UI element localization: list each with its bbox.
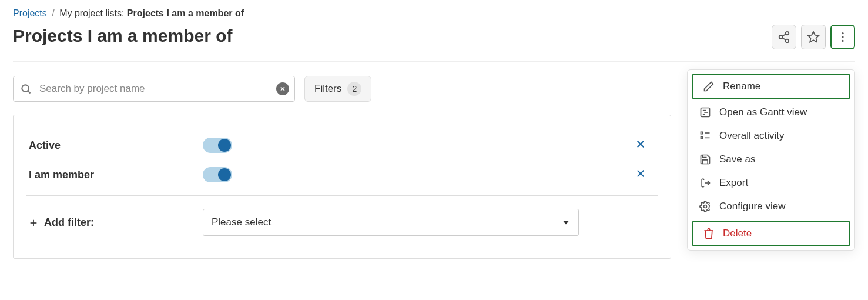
gantt-icon (699, 106, 711, 118)
close-icon (279, 85, 286, 92)
menu-label: Configure view (719, 201, 785, 212)
svg-line-4 (782, 38, 786, 40)
gear-icon (699, 201, 711, 212)
page-header: Projects I am a member of (13, 25, 855, 62)
svg-line-10 (28, 91, 31, 94)
breadcrumb-projects-link[interactable]: Projects (13, 8, 47, 18)
search-icon (20, 83, 32, 95)
menu-label: Overall activity (719, 130, 785, 142)
kebab-icon (836, 31, 849, 44)
filter-row-member: I am member (26, 160, 658, 189)
svg-point-7 (842, 36, 843, 38)
search-input[interactable] (13, 76, 295, 102)
remove-filter-active[interactable] (635, 139, 646, 152)
close-icon (635, 168, 646, 179)
trash-icon (703, 228, 715, 239)
svg-rect-24 (701, 132, 703, 134)
save-icon (699, 154, 711, 165)
filters-button-label: Filters (314, 83, 341, 95)
breadcrumb-current: Projects I am a member of (127, 8, 244, 18)
add-filter-select[interactable]: Please select (203, 209, 579, 236)
filter-label-active: Active (29, 139, 203, 152)
clear-search-button[interactable] (276, 82, 289, 95)
svg-marker-19 (563, 221, 568, 225)
more-actions-menu: Rename Open as Gantt view Overall activi… (687, 69, 855, 251)
menu-label: Open as Gantt view (719, 106, 807, 118)
select-placeholder: Please select (212, 216, 271, 228)
filter-panel: Active I am member Add filter: Please se… (13, 115, 671, 259)
close-icon (635, 139, 646, 149)
chevron-down-icon (562, 218, 570, 226)
svg-point-1 (779, 35, 783, 39)
breadcrumb-separator: / (52, 8, 54, 18)
filter-label-member: I am member (29, 169, 203, 181)
svg-point-29 (704, 205, 707, 208)
svg-line-3 (782, 34, 786, 36)
filter-row-add: Add filter: Please select (26, 202, 658, 243)
add-filter-label: Add filter: (29, 216, 203, 229)
menu-label: Rename (723, 81, 760, 92)
remove-filter-member[interactable] (635, 168, 646, 181)
svg-point-9 (22, 85, 29, 92)
filters-count-badge: 2 (347, 82, 361, 96)
export-icon (699, 177, 711, 189)
menu-label: Save as (719, 154, 755, 165)
menu-item-saveas[interactable]: Save as (690, 148, 852, 171)
breadcrumb: Projects / My project lists: Projects I … (13, 8, 855, 19)
menu-item-rename[interactable]: Rename (692, 74, 850, 99)
filter-divider (26, 195, 658, 196)
menu-item-configure[interactable]: Configure view (690, 195, 852, 218)
share-icon (777, 31, 790, 44)
svg-point-0 (786, 32, 789, 35)
svg-rect-25 (701, 137, 703, 139)
star-icon (807, 31, 820, 44)
share-button[interactable] (772, 25, 796, 49)
page-title: Projects I am a member of (13, 26, 232, 46)
menu-item-activity[interactable]: Overall activity (690, 124, 852, 148)
breadcrumb-prefix: My project lists: (59, 8, 124, 18)
menu-item-export[interactable]: Export (690, 171, 852, 195)
header-actions (772, 25, 855, 49)
filters-button[interactable]: Filters 2 (304, 76, 371, 102)
menu-label: Export (719, 177, 748, 189)
more-actions-button[interactable] (830, 25, 855, 49)
svg-point-2 (786, 39, 789, 43)
menu-item-delete[interactable]: Delete (692, 221, 850, 246)
menu-label: Delete (723, 228, 752, 239)
svg-point-6 (842, 32, 843, 34)
toggle-active[interactable] (203, 138, 232, 153)
search-box (13, 76, 295, 102)
pencil-icon (703, 81, 715, 92)
svg-point-8 (842, 40, 843, 42)
toggle-member[interactable] (203, 167, 232, 182)
filter-row-active: Active (26, 131, 658, 160)
activity-icon (699, 130, 711, 142)
svg-marker-5 (808, 32, 819, 42)
favorite-button[interactable] (801, 25, 826, 49)
menu-item-gantt[interactable]: Open as Gantt view (690, 101, 852, 124)
plus-icon (29, 218, 38, 228)
